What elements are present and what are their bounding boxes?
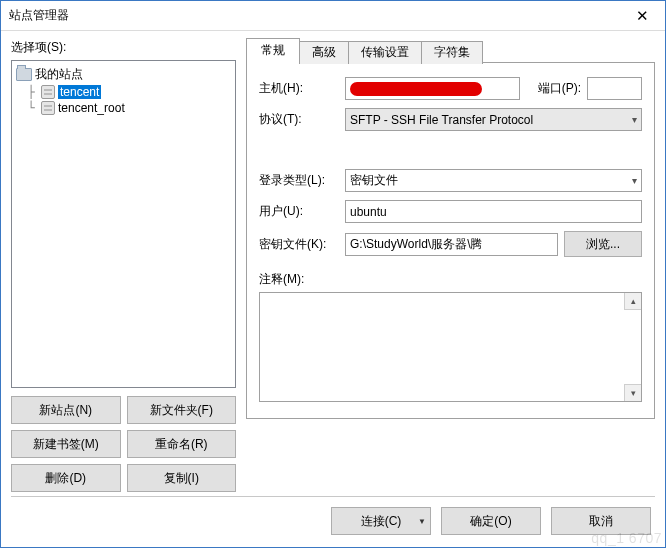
connect-button[interactable]: 连接(C) ▼ <box>331 507 431 535</box>
tab-strip: 常规 高级 传输设置 字符集 <box>246 39 655 63</box>
site-buttons: 新站点(N) 新文件夹(F) 新建书签(M) 重命名(R) 删除(D) 复制(I… <box>11 396 236 492</box>
tree-item-label: tencent_root <box>58 101 125 115</box>
browse-button[interactable]: 浏览... <box>564 231 642 257</box>
site-tree[interactable]: 我的站点 ├ tencent └ tencent_root <box>11 60 236 388</box>
connect-label: 连接(C) <box>361 513 402 530</box>
tab-transfer[interactable]: 传输设置 <box>348 41 422 64</box>
close-button[interactable]: ✕ <box>620 1 665 30</box>
titlebar: 站点管理器 ✕ <box>1 1 665 31</box>
keyfile-label: 密钥文件(K): <box>259 236 339 253</box>
folder-icon <box>16 68 32 81</box>
keyfile-row: 密钥文件(K): 浏览... <box>259 231 642 257</box>
redacted-mark <box>350 82 482 96</box>
upper-panels: 选择项(S): 我的站点 ├ tencent └ tencent_root <box>11 39 655 492</box>
user-row: 用户(U): <box>259 200 642 223</box>
dialog-body: 选择项(S): 我的站点 ├ tencent └ tencent_root <box>1 31 665 547</box>
protocol-label: 协议(T): <box>259 111 339 128</box>
dropdown-arrow-icon: ▼ <box>418 517 426 526</box>
tab-advanced[interactable]: 高级 <box>299 41 349 64</box>
port-input[interactable] <box>587 77 642 100</box>
tree-root[interactable]: 我的站点 <box>14 65 233 84</box>
new-bookmark-button[interactable]: 新建书签(M) <box>11 430 121 458</box>
tab-general[interactable]: 常规 <box>246 38 300 63</box>
spacer <box>259 139 642 169</box>
host-row: 主机(H): 端口(P): <box>259 77 642 100</box>
window-title: 站点管理器 <box>9 7 69 24</box>
new-folder-button[interactable]: 新文件夹(F) <box>127 396 237 424</box>
tree-connector-icon: └ <box>24 101 38 115</box>
tree-connector-icon: ├ <box>24 85 38 99</box>
dialog-footer: 连接(C) ▼ 确定(O) 取消 <box>11 496 655 541</box>
host-label: 主机(H): <box>259 80 339 97</box>
chevron-down-icon: ▾ <box>632 175 637 186</box>
tab-panel-general: 主机(H): 端口(P): 协议(T): SFTP - SSH File Tra… <box>246 62 655 419</box>
new-site-button[interactable]: 新站点(N) <box>11 396 121 424</box>
ok-button[interactable]: 确定(O) <box>441 507 541 535</box>
logon-row: 登录类型(L): 密钥文件 ▾ <box>259 169 642 192</box>
right-column: 常规 高级 传输设置 字符集 主机(H): 端口(P): <box>246 39 655 492</box>
port-label: 端口(P): <box>526 80 581 97</box>
protocol-select[interactable]: SFTP - SSH File Transfer Protocol ▾ <box>345 108 642 131</box>
logon-type-value: 密钥文件 <box>350 172 398 189</box>
protocol-value: SFTP - SSH File Transfer Protocol <box>350 113 533 127</box>
scroll-up-button[interactable]: ▴ <box>624 293 641 310</box>
select-item-label: 选择项(S): <box>11 39 236 56</box>
server-icon <box>41 85 55 99</box>
tree-item[interactable]: ├ tencent <box>14 84 233 100</box>
rename-button[interactable]: 重命名(R) <box>127 430 237 458</box>
tab-charset[interactable]: 字符集 <box>421 41 483 64</box>
tree-root-label: 我的站点 <box>35 66 83 83</box>
left-column: 选择项(S): 我的站点 ├ tencent └ tencent_root <box>11 39 236 492</box>
cancel-button[interactable]: 取消 <box>551 507 651 535</box>
user-input[interactable] <box>345 200 642 223</box>
comment-textarea[interactable]: ▴ ▾ <box>259 292 642 402</box>
tree-item-label: tencent <box>58 85 101 99</box>
delete-button[interactable]: 删除(D) <box>11 464 121 492</box>
user-label: 用户(U): <box>259 203 339 220</box>
host-input[interactable] <box>345 77 520 100</box>
server-icon <box>41 101 55 115</box>
logon-type-label: 登录类型(L): <box>259 172 339 189</box>
copy-button[interactable]: 复制(I) <box>127 464 237 492</box>
logon-type-select[interactable]: 密钥文件 ▾ <box>345 169 642 192</box>
protocol-row: 协议(T): SFTP - SSH File Transfer Protocol… <box>259 108 642 131</box>
comment-label: 注释(M): <box>259 271 642 288</box>
keyfile-input[interactable] <box>345 233 558 256</box>
chevron-down-icon: ▾ <box>632 114 637 125</box>
tree-item[interactable]: └ tencent_root <box>14 100 233 116</box>
scroll-down-button[interactable]: ▾ <box>624 384 641 401</box>
site-manager-window: 站点管理器 ✕ 选择项(S): 我的站点 ├ tencent <box>0 0 666 548</box>
